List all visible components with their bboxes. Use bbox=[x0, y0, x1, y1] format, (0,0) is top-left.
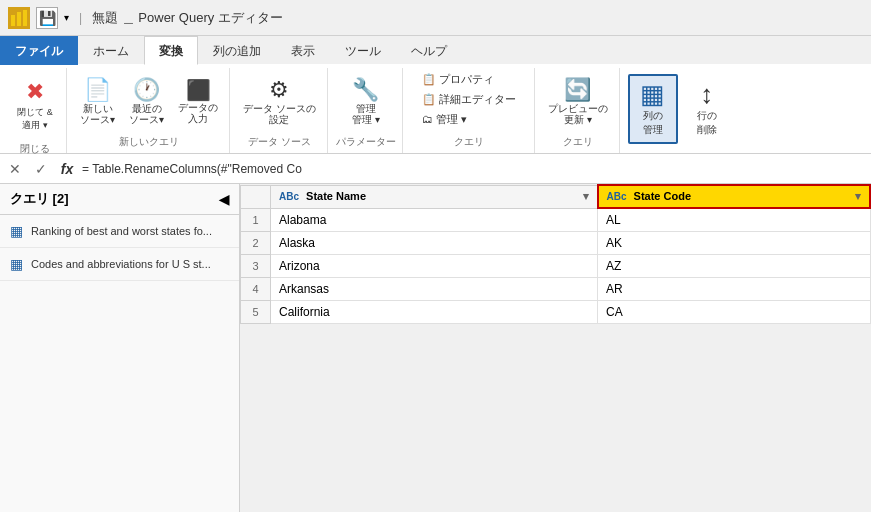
tab-help[interactable]: ヘルプ bbox=[396, 36, 462, 65]
preview-refresh-button[interactable]: 🔄 プレビューの更新 ▾ bbox=[543, 72, 613, 132]
ribbon: ✖ 閉じて &適用 ▾ 閉じる 📄 新しいソース▾ 🕐 最近のソース▾ ⬛ デー… bbox=[0, 64, 871, 154]
refresh-buttons: 🔄 プレビューの更新 ▾ bbox=[543, 70, 613, 133]
properties-label: プロパティ bbox=[439, 72, 494, 87]
params-buttons: 🔧 管理管理 ▾ bbox=[346, 70, 386, 133]
svg-rect-2 bbox=[23, 10, 27, 26]
tab-transform[interactable]: 変換 bbox=[144, 36, 198, 65]
table-header-row: ABc State Name ▾ ABc State Code ▾ bbox=[241, 185, 871, 208]
new-query-buttons: 📄 新しいソース▾ 🕐 最近のソース▾ ⬛ データの入力 bbox=[75, 70, 223, 133]
cancel-formula-button[interactable]: ✕ bbox=[4, 158, 26, 180]
ribbon-group-close: ✖ 閉じて &適用 ▾ 閉じる bbox=[4, 68, 67, 153]
title-bar: 💾 ▾ | 無題 ＿ Power Query エディター bbox=[0, 0, 871, 36]
recent-source-label: 最近のソース▾ bbox=[129, 103, 164, 125]
preview-refresh-label: プレビューの更新 ▾ bbox=[548, 103, 608, 125]
save-button[interactable]: 💾 bbox=[36, 7, 58, 29]
new-source-label: 新しいソース▾ bbox=[80, 103, 115, 125]
tab-file[interactable]: ファイル bbox=[0, 36, 78, 65]
col-header-state-name[interactable]: ABc State Name ▾ bbox=[271, 185, 598, 208]
tab-addcol[interactable]: 列の追加 bbox=[198, 36, 276, 65]
state-name-5: California bbox=[271, 301, 598, 324]
datasource-buttons: ⚙ データ ソースの設定 bbox=[238, 70, 321, 133]
ribbon-group-query: 📋 プロパティ 📋 詳細エディター 🗂 管理 ▾ クエリ bbox=[405, 68, 535, 153]
state-code-type: ABc bbox=[607, 191, 627, 202]
query-buttons: 📋 プロパティ 📋 詳細エディター 🗂 管理 ▾ bbox=[417, 70, 521, 133]
sidebar-collapse-button[interactable]: ◀ bbox=[219, 192, 229, 207]
state-name-dropdown[interactable]: ▾ bbox=[583, 190, 589, 203]
corner-cell bbox=[241, 185, 271, 208]
datasource-settings-icon: ⚙ bbox=[269, 79, 289, 101]
manage-label: 管理 ▾ bbox=[436, 112, 467, 127]
app-icon bbox=[8, 7, 30, 29]
sidebar-item-query1-label: Ranking of best and worst states fo... bbox=[31, 225, 212, 237]
close-apply-icon: ✖ bbox=[26, 79, 44, 105]
advanced-editor-icon: 📋 bbox=[422, 93, 436, 106]
sidebar-item-query2-label: Codes and abbreviations for U S st... bbox=[31, 258, 211, 270]
fx-button[interactable]: fx bbox=[56, 158, 78, 180]
ribbon-group-datasource: ⚙ データ ソースの設定 データ ソース bbox=[232, 68, 328, 153]
state-name-2: Alaska bbox=[271, 232, 598, 255]
table-row: 4 Arkansas AR bbox=[241, 278, 871, 301]
col-header-state-code[interactable]: ABc State Code ▾ bbox=[598, 185, 871, 208]
query-group-label: クエリ bbox=[454, 135, 484, 151]
datasource-settings-button[interactable]: ⚙ データ ソースの設定 bbox=[238, 72, 321, 132]
grid-wrapper: ABc State Name ▾ ABc State Code ▾ 1 bbox=[240, 184, 871, 512]
state-code-5: CA bbox=[598, 301, 871, 324]
enter-data-button[interactable]: ⬛ データの入力 bbox=[173, 72, 223, 132]
manage-params-icon: 🔧 bbox=[352, 79, 379, 101]
properties-button[interactable]: 📋 プロパティ bbox=[417, 70, 499, 88]
state-code-2: AK bbox=[598, 232, 871, 255]
title-separator: | bbox=[79, 11, 82, 25]
manage-icon: 🗂 bbox=[422, 113, 433, 125]
state-name-type: ABc bbox=[279, 191, 299, 202]
confirm-formula-button[interactable]: ✓ bbox=[30, 158, 52, 180]
new-source-button[interactable]: 📄 新しいソース▾ bbox=[75, 72, 120, 132]
manage-button[interactable]: 🗂 管理 ▾ bbox=[417, 110, 472, 128]
close-group-label: 閉じる bbox=[20, 142, 50, 158]
formula-bar: ✕ ✓ fx = Table.RenameColumns(#"Removed C… bbox=[0, 154, 871, 184]
data-table: ABc State Name ▾ ABc State Code ▾ 1 bbox=[240, 184, 871, 324]
state-code-label: State Code bbox=[634, 190, 691, 202]
manage-cols-label: 列の管理 bbox=[643, 109, 663, 137]
main-layout: クエリ [2] ◀ ▦ Ranking of best and worst st… bbox=[0, 184, 871, 512]
advanced-editor-button[interactable]: 📋 詳細エディター bbox=[417, 90, 521, 108]
close-apply-button[interactable]: ✖ 閉じて &適用 ▾ bbox=[10, 70, 60, 140]
sidebar-header: クエリ [2] ◀ bbox=[0, 184, 239, 215]
table-body: 1 Alabama AL 2 Alaska AK 3 Arizona AZ bbox=[241, 208, 871, 324]
sidebar-item-query1[interactable]: ▦ Ranking of best and worst states fo... bbox=[0, 215, 239, 248]
query2-icon: ▦ bbox=[10, 256, 23, 272]
sidebar-item-query2[interactable]: ▦ Codes and abbreviations for U S st... bbox=[0, 248, 239, 281]
tab-view[interactable]: 表示 bbox=[276, 36, 330, 65]
datasource-settings-label: データ ソースの設定 bbox=[243, 103, 316, 125]
enter-data-label: データの入力 bbox=[178, 102, 218, 124]
formula-input[interactable]: = Table.RenameColumns(#"Removed Co bbox=[82, 162, 867, 176]
delete-rows-button[interactable]: ↕ 行の削除 bbox=[682, 74, 732, 144]
row-num-4: 4 bbox=[241, 278, 271, 301]
advanced-editor-label: 詳細エディター bbox=[439, 92, 516, 107]
manage-params-button[interactable]: 🔧 管理管理 ▾ bbox=[346, 72, 386, 132]
row-num-3: 3 bbox=[241, 255, 271, 278]
table-row: 3 Arizona AZ bbox=[241, 255, 871, 278]
quick-access-dropdown[interactable]: ▾ bbox=[64, 12, 69, 23]
row-num-2: 2 bbox=[241, 232, 271, 255]
row-num-5: 5 bbox=[241, 301, 271, 324]
tab-tools[interactable]: ツール bbox=[330, 36, 396, 65]
datasource-group-label: データ ソース bbox=[248, 135, 311, 151]
close-group-buttons: ✖ 閉じて &適用 ▾ bbox=[10, 70, 60, 140]
data-area: ABc State Name ▾ ABc State Code ▾ 1 bbox=[240, 184, 871, 512]
state-name-3: Arizona bbox=[271, 255, 598, 278]
ribbon-group-refresh: 🔄 プレビューの更新 ▾ クエリ bbox=[537, 68, 620, 153]
ribbon-group-params: 🔧 管理管理 ▾ パラメーター bbox=[330, 68, 403, 153]
state-code-dropdown[interactable]: ▾ bbox=[855, 190, 861, 203]
sidebar: クエリ [2] ◀ ▦ Ranking of best and worst st… bbox=[0, 184, 240, 512]
params-group-label: パラメーター bbox=[336, 135, 396, 151]
refresh-group-label: クエリ bbox=[563, 135, 593, 151]
delete-rows-label: 行の削除 bbox=[697, 109, 717, 137]
col-row-buttons: ▦ 列の管理 ↕ 行の削除 bbox=[628, 70, 732, 147]
query1-icon: ▦ bbox=[10, 223, 23, 239]
state-code-3: AZ bbox=[598, 255, 871, 278]
recent-source-button[interactable]: 🕐 最近のソース▾ bbox=[124, 72, 169, 132]
tab-home[interactable]: ホーム bbox=[78, 36, 144, 65]
sidebar-title: クエリ [2] bbox=[10, 190, 69, 208]
power-bi-icon bbox=[10, 9, 28, 27]
manage-cols-button[interactable]: ▦ 列の管理 bbox=[628, 74, 678, 144]
